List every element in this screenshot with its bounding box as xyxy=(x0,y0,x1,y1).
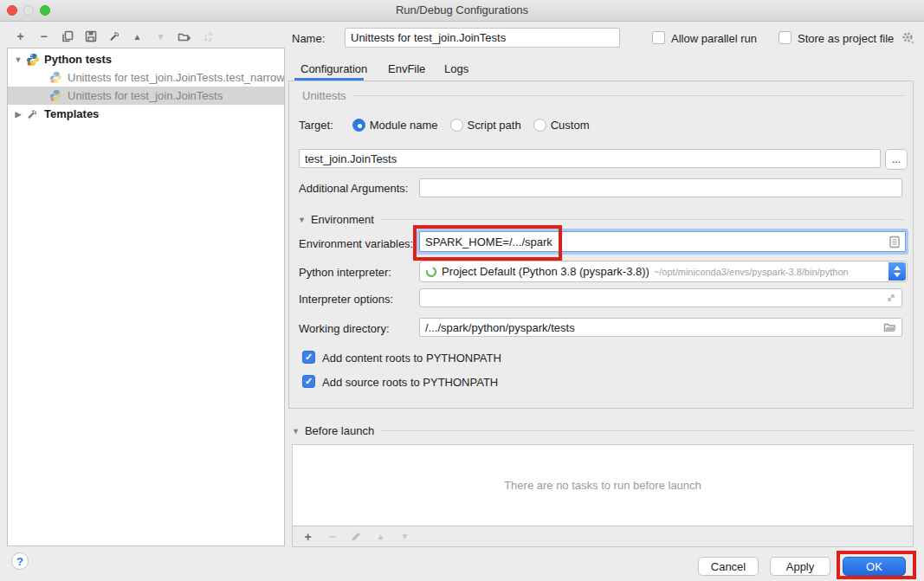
tree-node-unittest-narrow[interactable]: Unittests for test_join.JoinTests.test_n… xyxy=(8,68,284,87)
allow-parallel-run-checkbox[interactable] xyxy=(652,31,665,44)
edit-environment-variables-button[interactable] xyxy=(888,236,901,249)
collapse-arrow-icon[interactable]: ▼ xyxy=(292,427,300,436)
before-launch-toolbar: + − ▲ ▼ xyxy=(292,526,914,547)
tab-configuration[interactable]: Configuration xyxy=(300,62,367,75)
apply-button[interactable]: Apply xyxy=(770,557,830,576)
group-divider xyxy=(381,219,904,220)
radio-icon[interactable] xyxy=(533,119,546,132)
additional-arguments-input[interactable] xyxy=(419,178,902,197)
environment-group-header[interactable]: ▼ Environment xyxy=(298,213,904,226)
tree-node-label: Unittests for test_join.JoinTests xyxy=(68,89,223,102)
add-configuration-button[interactable]: + xyxy=(14,30,27,43)
triangle-up-icon: ▲ xyxy=(377,532,385,541)
zoom-window-button[interactable] xyxy=(40,5,50,16)
move-up-button[interactable]: ▲ xyxy=(131,30,144,43)
environment-variables-input[interactable]: SPARK_HOME=/.../spark xyxy=(419,231,906,252)
window-title: Run/Debug Configurations xyxy=(0,0,924,21)
browse-target-button[interactable]: ... xyxy=(885,149,908,170)
new-folder-icon xyxy=(178,30,191,42)
tree-node-templates[interactable]: ▶ Templates xyxy=(8,105,284,123)
help-button[interactable]: ? xyxy=(11,552,29,570)
project-file-settings-button[interactable] xyxy=(901,30,915,48)
browse-directory-button[interactable] xyxy=(883,322,896,333)
environment-variables-label: Environment variables: xyxy=(299,237,413,250)
run-debug-configurations-dialog: Run/Debug Configurations + − ▲ ▼ ↓ az ▼ xyxy=(0,0,924,581)
edit-templates-button[interactable] xyxy=(107,30,120,43)
tree-node-label: Templates xyxy=(44,107,99,120)
ok-button[interactable]: OK xyxy=(843,557,906,576)
empty-tasks-message: There are no tasks to run before launch xyxy=(504,479,701,492)
tree-node-unittest-jointests-selected[interactable]: Unittests for test_join.JoinTests xyxy=(8,87,284,105)
title-bar: Run/Debug Configurations xyxy=(0,0,924,22)
interpreter-options-input[interactable] xyxy=(419,288,902,307)
folder-icon xyxy=(883,322,896,333)
create-folder-button[interactable] xyxy=(178,30,191,43)
triangle-down-icon: ▼ xyxy=(157,32,165,42)
combo-stepper-icon[interactable] xyxy=(888,262,906,281)
check-icon: ✓ xyxy=(305,376,313,387)
name-value: Unittests for test_join.JoinTests xyxy=(351,31,506,44)
ellipsis-icon: ... xyxy=(892,153,901,165)
save-icon xyxy=(85,30,97,42)
collapse-arrow-icon[interactable]: ▼ xyxy=(13,55,23,64)
move-down-button: ▼ xyxy=(154,30,167,43)
sort-alpha-icon: ↓ az xyxy=(203,29,212,43)
target-label: Target: xyxy=(299,119,333,132)
add-content-roots-checkbox[interactable]: ✓ xyxy=(302,351,315,364)
target-row: Target: Module name Script path Custom xyxy=(299,119,589,132)
expand-field-button[interactable] xyxy=(886,293,896,303)
radio-selected-icon[interactable] xyxy=(352,119,365,132)
tab-logs[interactable]: Logs xyxy=(444,62,468,75)
expand-arrow-icon[interactable]: ▶ xyxy=(13,110,23,119)
before-launch-header[interactable]: ▼ Before launch xyxy=(292,424,914,437)
environment-variables-value: SPARK_HOME=/.../spark xyxy=(425,236,552,249)
add-source-roots-label: Add source roots to PYTHONPATH xyxy=(322,376,498,389)
pencil-icon xyxy=(351,531,362,542)
store-as-project-file-checkbox[interactable] xyxy=(779,31,792,44)
name-input[interactable]: Unittests for test_join.JoinTests xyxy=(345,28,620,48)
working-directory-value: /.../spark/python/pyspark/tests xyxy=(425,321,575,334)
cancel-button[interactable]: Cancel xyxy=(698,557,759,576)
tree-node-python-tests[interactable]: ▼ Python tests xyxy=(8,50,284,68)
add-task-button[interactable]: + xyxy=(301,530,314,543)
before-launch-task-list[interactable]: There are no tasks to run before launch xyxy=(292,444,914,526)
conda-environment-icon xyxy=(425,266,437,278)
minus-icon: − xyxy=(328,530,335,544)
target-option-custom[interactable]: Custom xyxy=(533,119,590,132)
collapse-arrow-icon[interactable]: ▼ xyxy=(298,216,306,224)
target-value: test_join.JoinTests xyxy=(305,152,397,165)
copy-configuration-button[interactable] xyxy=(61,30,74,43)
triangle-up-icon: ▲ xyxy=(133,32,142,42)
tree-node-label: Unittests for test_join.JoinTests.test_n… xyxy=(68,71,284,84)
configurations-tree: ▼ Python tests Unittests for test_join.J… xyxy=(7,48,285,546)
save-configuration-button[interactable] xyxy=(84,30,97,43)
python-test-config-icon xyxy=(49,89,63,102)
minimize-window-button[interactable] xyxy=(23,5,34,16)
target-option-module-name[interactable]: Module name xyxy=(352,119,438,132)
add-source-roots-checkbox[interactable]: ✓ xyxy=(302,375,315,388)
unittests-group-label: Unittests xyxy=(302,89,346,102)
python-interpreter-select[interactable]: Project Default (Python 3.8 (pyspark-3.8… xyxy=(419,261,908,282)
check-icon: ✓ xyxy=(305,352,313,363)
target-option-script-path[interactable]: Script path xyxy=(450,119,521,132)
additional-arguments-label: Additional Arguments: xyxy=(299,182,408,195)
close-window-button[interactable] xyxy=(7,5,17,16)
tab-envfile[interactable]: EnvFile xyxy=(388,62,425,75)
copy-icon xyxy=(61,30,74,42)
plus-icon: + xyxy=(16,29,23,43)
allow-parallel-run-label: Allow parallel run xyxy=(671,32,757,45)
unittests-group-header: Unittests xyxy=(302,89,905,102)
remove-configuration-button[interactable]: − xyxy=(37,30,50,43)
templates-wrench-icon xyxy=(26,108,40,120)
add-content-roots-label: Add content roots to PYTHONPATH xyxy=(322,352,501,365)
working-directory-label: Working directory: xyxy=(299,322,390,335)
target-input[interactable]: test_join.JoinTests xyxy=(299,149,881,168)
python-tests-icon xyxy=(26,53,40,67)
store-as-project-file-label: Store as project file xyxy=(798,32,894,45)
working-directory-input[interactable]: /.../spark/python/pyspark/tests xyxy=(419,318,902,337)
minus-icon: − xyxy=(40,29,47,43)
radio-icon[interactable] xyxy=(450,119,463,132)
wrench-icon xyxy=(108,30,120,42)
configurations-toolbar: + − ▲ ▼ ↓ az xyxy=(7,26,286,47)
move-task-down-button: ▼ xyxy=(398,530,411,543)
